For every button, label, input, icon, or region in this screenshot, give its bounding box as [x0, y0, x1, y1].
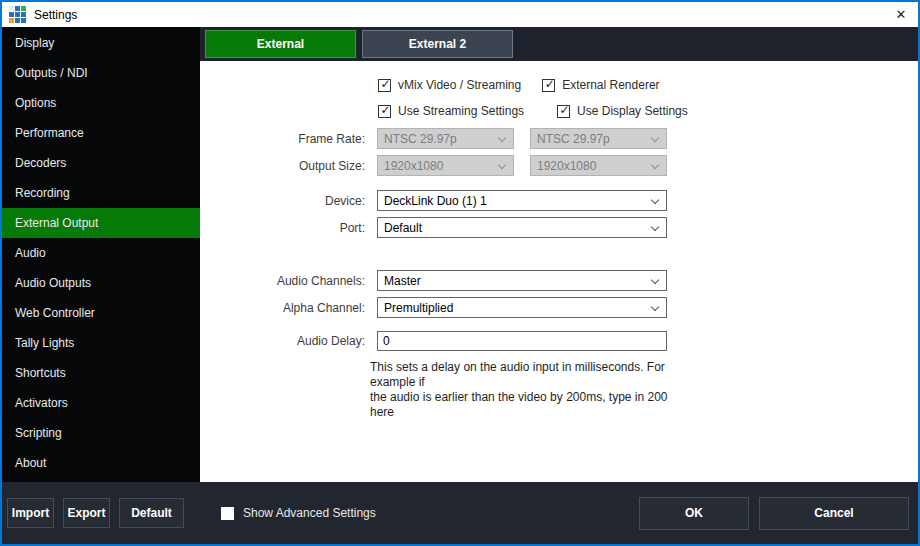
chevron-down-icon	[651, 303, 659, 311]
chevron-down-icon	[651, 276, 659, 284]
external-renderer-label: External Renderer	[562, 78, 659, 92]
sidebar-item-tally-lights[interactable]: Tally Lights	[2, 328, 200, 358]
show-advanced-settings-checkbox[interactable]	[221, 507, 234, 520]
export-button[interactable]: Export	[63, 498, 110, 528]
audio-channels-select[interactable]: Master	[377, 270, 667, 291]
settings-sidebar: Display Outputs / NDI Options Performanc…	[2, 27, 200, 482]
sidebar-item-scripting[interactable]: Scripting	[2, 418, 200, 448]
vmix-video-streaming-label: vMix Video / Streaming	[398, 78, 521, 92]
close-icon[interactable]: ✕	[884, 2, 918, 27]
sidebar-item-display[interactable]: Display	[2, 28, 200, 58]
port-select[interactable]: Default	[377, 217, 667, 238]
vmix-logo-icon	[9, 6, 26, 23]
settings-window: Settings ✕ Display Outputs / NDI Options…	[0, 0, 920, 546]
cancel-button[interactable]: Cancel	[759, 497, 909, 530]
footer-bar: Import Export Default Show Advanced Sett…	[2, 482, 918, 544]
frame-rate-label: Frame Rate:	[200, 132, 365, 146]
check-icon: ✓	[379, 77, 392, 92]
device-label: Device:	[200, 194, 365, 208]
alpha-channel-label: Alpha Channel:	[200, 301, 365, 315]
use-streaming-settings-checkbox[interactable]: ✓	[378, 105, 391, 118]
external-renderer-checkbox[interactable]: ✓	[542, 79, 555, 92]
ok-button[interactable]: OK	[639, 497, 749, 530]
alpha-channel-select[interactable]: Premultiplied	[377, 297, 667, 318]
sidebar-item-recording[interactable]: Recording	[2, 178, 200, 208]
sidebar-item-audio-outputs[interactable]: Audio Outputs	[2, 268, 200, 298]
device-select[interactable]: DeckLink Duo (1) 1	[377, 190, 667, 211]
check-icon: ✓	[558, 103, 571, 118]
audio-delay-input[interactable]	[377, 331, 667, 351]
sidebar-item-activators[interactable]: Activators	[2, 388, 200, 418]
tab-external[interactable]: External	[205, 30, 356, 58]
chevron-down-icon	[651, 196, 659, 204]
audio-delay-help-text: This sets a delay on the audio input in …	[370, 360, 690, 420]
chevron-down-icon	[498, 134, 506, 142]
sidebar-item-external-output[interactable]: External Output	[2, 208, 200, 238]
external-tabs: External External 2	[200, 27, 918, 61]
sidebar-item-shortcuts[interactable]: Shortcuts	[2, 358, 200, 388]
frame-rate-select-2: NTSC 29.97p	[530, 128, 667, 149]
audio-delay-label: Audio Delay:	[200, 334, 365, 348]
frame-rate-select-1: NTSC 29.97p	[377, 128, 514, 149]
use-display-settings-checkbox[interactable]: ✓	[557, 105, 570, 118]
chevron-down-icon	[651, 223, 659, 231]
titlebar: Settings ✕	[2, 2, 918, 27]
sidebar-item-options[interactable]: Options	[2, 88, 200, 118]
output-size-select-1: 1920x1080	[377, 155, 514, 176]
chevron-down-icon	[651, 134, 659, 142]
use-streaming-settings-label: Use Streaming Settings	[398, 104, 524, 118]
tab-external-2[interactable]: External 2	[362, 30, 513, 58]
sidebar-item-performance[interactable]: Performance	[2, 118, 200, 148]
import-button[interactable]: Import	[7, 498, 54, 528]
chevron-down-icon	[498, 161, 506, 169]
audio-channels-label: Audio Channels:	[200, 274, 365, 288]
check-icon: ✓	[379, 103, 392, 118]
show-advanced-settings-label: Show Advanced Settings	[243, 506, 376, 520]
chevron-down-icon	[651, 161, 659, 169]
external-output-panel: ✓ vMix Video / Streaming ✓ External Rend…	[200, 61, 918, 482]
output-size-label: Output Size:	[200, 159, 365, 173]
default-button[interactable]: Default	[119, 498, 184, 528]
output-size-select-2: 1920x1080	[530, 155, 667, 176]
sidebar-item-outputs-ndi[interactable]: Outputs / NDI	[2, 58, 200, 88]
use-display-settings-label: Use Display Settings	[577, 104, 688, 118]
check-icon: ✓	[543, 77, 556, 92]
vmix-video-streaming-checkbox[interactable]: ✓	[378, 79, 391, 92]
sidebar-item-audio[interactable]: Audio	[2, 238, 200, 268]
sidebar-item-web-controller[interactable]: Web Controller	[2, 298, 200, 328]
sidebar-item-about[interactable]: About	[2, 448, 200, 478]
port-label: Port:	[200, 221, 365, 235]
window-title: Settings	[34, 8, 77, 22]
sidebar-item-decoders[interactable]: Decoders	[2, 148, 200, 178]
